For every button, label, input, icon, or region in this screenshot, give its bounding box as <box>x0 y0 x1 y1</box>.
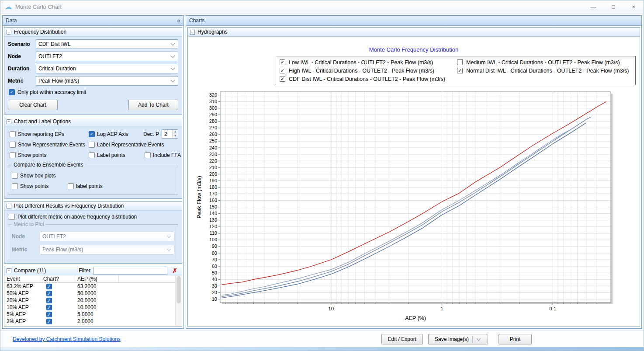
svg-text:0.1: 0.1 <box>549 306 556 311</box>
collapse-section-icon[interactable]: − <box>7 30 11 35</box>
frequency-distribution-header[interactable]: − Frequency Distribution <box>4 28 182 37</box>
row-chart-checkbox[interactable]: ✓ <box>46 305 52 310</box>
svg-text:160: 160 <box>209 198 217 203</box>
include-ffa-checkbox[interactable] <box>145 152 151 158</box>
save-images-label: Save Image(s) <box>435 336 469 342</box>
event-cell: 10% AEP <box>4 304 41 310</box>
credit-link[interactable]: Developed by Catchment Simulation Soluti… <box>13 336 121 342</box>
compare-table-row[interactable]: 50% AEP✓50.0000 <box>4 290 182 297</box>
maximize-button[interactable]: □ <box>603 0 623 13</box>
spin-up-icon[interactable]: ▲ <box>173 130 178 134</box>
legend-series-checkbox[interactable] <box>457 59 463 65</box>
scrollbar[interactable] <box>175 275 182 327</box>
bottom-buttons: Edit / Export Save Image(s) Print <box>381 334 532 344</box>
plot-node-value: OUTLET2 <box>42 233 166 240</box>
compare-table-row[interactable]: 63.2% AEP✓63.2000 <box>4 283 182 290</box>
event-cell: 2% AEP <box>4 318 41 324</box>
legend-series-checkbox[interactable]: ✓ <box>280 59 285 65</box>
scrollbar-thumb[interactable] <box>177 276 181 303</box>
event-cell: 63.2% AEP <box>4 283 41 289</box>
legend-series-checkbox[interactable]: ✓ <box>280 68 285 73</box>
chart-area: Monte Carlo Frequency Distribution ✓Low … <box>188 37 640 327</box>
filter-input[interactable] <box>93 267 167 275</box>
label-points-checkbox[interactable] <box>89 152 95 158</box>
show-points-label: Show points <box>18 152 46 158</box>
plot-different-results-group: − Plot Different Results vs Frequency Di… <box>4 201 182 264</box>
svg-text:120: 120 <box>209 224 217 229</box>
print-button[interactable]: Print <box>499 334 532 344</box>
chart-cell: ✓ <box>41 312 75 317</box>
plot-different-metric-checkbox[interactable] <box>9 214 15 220</box>
clear-chart-button[interactable]: Clear Chart <box>8 100 58 110</box>
show-reporting-eps-checkbox[interactable] <box>10 131 16 137</box>
svg-text:280: 280 <box>209 118 217 124</box>
show-representative-events-checkbox[interactable] <box>10 142 16 148</box>
compare-table-row[interactable]: 5% AEP✓5.0000 <box>4 311 182 318</box>
compare-table-row[interactable]: 20% AEP✓20.0000 <box>4 297 182 304</box>
frequency-distribution-title: Frequency Distribution <box>14 29 66 35</box>
collapse-section-icon[interactable]: − <box>7 204 11 209</box>
scenario-select[interactable]: CDF Dist IWL <box>36 39 178 49</box>
svg-text:80: 80 <box>212 250 217 256</box>
plot-different-results-header[interactable]: − Plot Different Results vs Frequency Di… <box>4 202 182 211</box>
scenario-value: CDF Dist IWL <box>38 41 170 47</box>
ensemble-events-fieldset: Compare to Ensemble Events Show box plot… <box>8 165 178 195</box>
show-points-checkbox[interactable] <box>10 152 16 158</box>
charts-panel-title: Charts <box>189 17 204 24</box>
legend-series-checkbox[interactable]: ✓ <box>457 68 463 73</box>
spin-down-icon[interactable]: ▼ <box>173 134 178 139</box>
accuracy-limit-checkbox[interactable]: ✓ <box>9 89 15 95</box>
event-cell: 5% AEP <box>4 311 41 317</box>
svg-text:180: 180 <box>209 184 217 190</box>
row-chart-checkbox[interactable]: ✓ <box>46 291 52 296</box>
edit-export-button[interactable]: Edit / Export <box>381 334 423 344</box>
add-to-chart-button[interactable]: Add To Chart <box>128 100 178 110</box>
close-button[interactable]: × <box>623 0 644 13</box>
collapse-panel-button[interactable]: « <box>177 17 180 24</box>
column-header-aep[interactable]: AEP (%) <box>75 275 119 282</box>
aep-cell: 50.0000 <box>75 290 119 296</box>
main-area: Data « − Frequency Distribution Scenario… <box>0 14 644 330</box>
column-header-event[interactable]: Event <box>4 275 41 282</box>
row-chart-checkbox[interactable]: ✓ <box>46 312 52 317</box>
clear-filter-icon[interactable]: ✗ <box>170 267 180 274</box>
compare-table-row[interactable]: 10% AEP✓10.0000 <box>4 304 182 311</box>
collapse-section-icon[interactable]: − <box>7 119 11 124</box>
dec-p-spinner[interactable]: 2 ▲ ▼ <box>162 129 178 139</box>
show-box-plots-checkbox[interactable] <box>12 173 18 179</box>
svg-text:40: 40 <box>212 277 217 282</box>
data-panel-body: − Frequency Distribution Scenario CDF Di… <box>3 26 184 328</box>
hydrographs-header[interactable]: − Hydrographs <box>188 28 640 37</box>
event-cell: 50% AEP <box>4 290 41 296</box>
log-aep-axis-checkbox[interactable]: ✓ <box>89 131 95 137</box>
minimize-button[interactable]: — <box>583 0 603 13</box>
collapse-section-icon[interactable]: − <box>190 30 195 35</box>
svg-text:20: 20 <box>212 290 217 295</box>
chart-cell: ✓ <box>41 291 75 296</box>
compare-table-row[interactable]: 2% AEP✓2.0000 <box>4 318 182 325</box>
legend-series-label: Medium IWL - Critical Durations - OUTLET… <box>466 59 620 66</box>
row-chart-checkbox[interactable]: ✓ <box>46 298 52 303</box>
dec-p-value: 2 <box>162 130 172 138</box>
column-header-chart[interactable]: Chart? <box>41 275 75 282</box>
svg-text:90: 90 <box>212 243 217 249</box>
ensemble-label-points-checkbox[interactable] <box>68 183 74 189</box>
collapse-section-icon[interactable]: − <box>7 268 11 273</box>
label-points-label: Label points <box>97 152 125 158</box>
ensemble-show-points-checkbox[interactable] <box>12 183 18 189</box>
metric-value: Peak Flow (m3/s) <box>38 78 170 84</box>
save-images-button[interactable]: Save Image(s) <box>428 334 488 344</box>
chevron-down-icon <box>171 53 175 58</box>
node-select[interactable]: OUTLET2 <box>36 52 178 61</box>
app-window: ☁ Monte Carlo Chart — □ × Data « − Frequ… <box>0 0 644 351</box>
duration-select[interactable]: Critical Duration <box>36 64 178 73</box>
metric-select[interactable]: Peak Flow (m3/s) <box>36 76 178 86</box>
chart-label-options-header[interactable]: − Chart and Label Options <box>4 117 182 126</box>
label-representative-events-checkbox[interactable] <box>89 142 95 148</box>
label-representative-events-label: Label Representative Events <box>97 142 164 148</box>
charts-panel-body: − Hydrographs Monte Carlo Frequency Dist… <box>186 26 641 328</box>
charts-panel-header: Charts <box>186 16 641 26</box>
row-chart-checkbox[interactable]: ✓ <box>46 319 52 324</box>
row-chart-checkbox[interactable]: ✓ <box>46 284 52 289</box>
legend-series-checkbox[interactable]: ✓ <box>280 76 285 82</box>
